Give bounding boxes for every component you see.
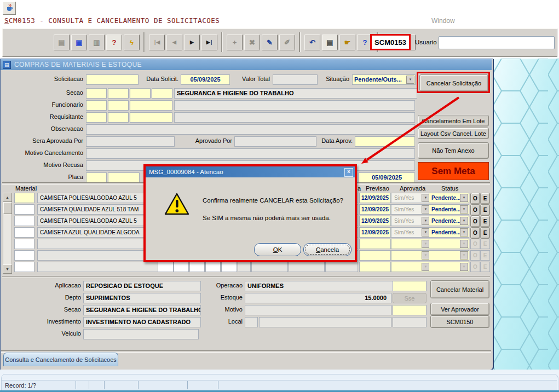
investimento-field: INVESTIMENTO NAO CADASTRADO <box>83 317 201 327</box>
material-code-cell[interactable] <box>14 216 34 226</box>
scm0150-button[interactable]: SCM0150 <box>430 315 489 328</box>
status-value: Pendente... <box>429 195 460 201</box>
usuario-label: Usuario <box>415 39 437 45</box>
e-button: E <box>480 239 490 249</box>
layout-csv-cancel-lote-button[interactable]: Layout Csv Cancel. Lote <box>418 128 489 139</box>
previsao-cell[interactable] <box>359 250 391 261</box>
data-aprov-input[interactable] <box>355 136 415 147</box>
placa-input-1[interactable] <box>86 172 107 183</box>
depto-field: SUPRIMENTOS <box>83 293 201 303</box>
requisitante-input-1[interactable] <box>86 112 107 123</box>
previsao-cell[interactable] <box>359 262 391 272</box>
lock-record-button[interactable]: ☛ <box>339 34 355 50</box>
data-solicit-input[interactable]: 05/09/2025 <box>181 74 230 85</box>
situacao-dropdown[interactable]: Pendente/Outs... ▼ <box>352 74 416 85</box>
material-code-cell[interactable] <box>14 227 34 238</box>
secao-input-2[interactable] <box>108 88 129 99</box>
material-code-cell[interactable] <box>14 262 34 272</box>
secao-input-3[interactable] <box>130 88 151 99</box>
scroll-down-icon[interactable]: ▼ <box>3 264 12 274</box>
material-code-cell[interactable] <box>14 193 34 203</box>
previous-record-icon: ◀ <box>172 39 176 45</box>
sem-meta-button[interactable]: Sem Meta <box>418 162 489 180</box>
placa-input-2[interactable] <box>108 172 140 183</box>
partial-header: a <box>358 185 361 192</box>
funcionario-input-1[interactable] <box>86 100 107 111</box>
nao-tem-anexo-button[interactable]: Não Tem Anexo <box>418 142 489 159</box>
funcionario-desc-field <box>174 100 415 111</box>
material-code-cell[interactable] <box>14 250 34 261</box>
e-button[interactable]: E <box>480 204 490 216</box>
requisitante-input-2[interactable] <box>108 112 129 123</box>
cancelar-material-button[interactable]: Cancelar Material <box>430 280 489 298</box>
print-screen-button[interactable]: ▣ <box>71 34 87 50</box>
count-query-hits-button[interactable]: ? <box>106 34 122 50</box>
secao-input-4[interactable] <box>152 88 172 99</box>
material-qty-cell-1[interactable] <box>158 262 174 272</box>
last-record-button[interactable]: ▶∣ <box>201 34 217 50</box>
material-desc-cell: CAMISETA QUALIDADE AZUL 518 TAM <box>37 204 160 215</box>
close-icon[interactable]: × <box>344 168 353 177</box>
status-value: Pendente... <box>429 229 460 235</box>
undo-button[interactable]: ↶ <box>304 34 320 50</box>
status-value <box>429 252 431 258</box>
cancelar-solicitacao-button[interactable]: Cancelar Solicitação <box>419 74 488 91</box>
sse-button: Sse <box>393 293 427 303</box>
java-button[interactable] <box>3 2 16 15</box>
detail-yellow-input-2[interactable] <box>393 305 427 315</box>
funcionario-input-3[interactable] <box>130 100 172 111</box>
scroll-up-icon[interactable]: ▲ <box>3 193 12 202</box>
enter-query-button[interactable]: ✎ <box>262 34 278 50</box>
help-icon: ? <box>363 38 367 47</box>
menu-item-window[interactable]: Window <box>431 17 455 25</box>
scrollbar-thumb[interactable] <box>3 202 12 214</box>
previsao-cell[interactable]: 12/09/2025 <box>359 204 391 215</box>
print-icon: ▥ <box>93 38 100 47</box>
material-code-cell[interactable] <box>14 239 34 249</box>
delete-record-icon: ✖ <box>249 38 255 47</box>
status-dropdown[interactable]: Pendente...▼ <box>429 216 469 226</box>
usuario-input[interactable] <box>439 36 555 49</box>
material-qty-cell-3[interactable] <box>189 262 205 272</box>
status-dropdown[interactable]: Pendente...▼ <box>429 193 469 203</box>
o-button[interactable]: O <box>470 193 480 204</box>
previsao-cell[interactable]: 12/09/2025 <box>359 227 391 238</box>
o-button[interactable]: O <box>470 216 480 227</box>
placa-date-field[interactable]: 05/09/2025 <box>359 172 415 183</box>
cancela-button[interactable]: Cancela <box>303 243 351 256</box>
requisitante-input-3[interactable] <box>130 112 172 123</box>
funcionario-input-2[interactable] <box>108 100 129 111</box>
material-qty-cell-2[interactable] <box>174 262 189 272</box>
cancelamento-em-lote-button[interactable]: Cancelamento Em Lote <box>418 115 489 126</box>
material-qty-cell-5[interactable] <box>221 262 237 272</box>
previsao-cell[interactable] <box>359 239 391 249</box>
enter-query-icon: ✎ <box>267 38 273 47</box>
estoque-field: 15.0000 <box>245 293 391 303</box>
material-code-cell[interactable] <box>14 204 34 215</box>
requisitante-desc-field <box>174 112 415 123</box>
material-desc-cell <box>37 239 160 249</box>
previsao-cell[interactable]: 12/09/2025 <box>359 193 391 203</box>
material-qty-cell-4[interactable] <box>205 262 221 272</box>
previsao-cell[interactable]: 12/09/2025 <box>359 216 391 226</box>
clipboard-button[interactable]: ▤ <box>322 34 338 50</box>
e-button[interactable]: E <box>480 193 490 204</box>
chevron-down-icon[interactable]: ▼ <box>406 76 414 84</box>
detail-yellow-input-1[interactable] <box>393 281 427 291</box>
operacao-label: Operacao <box>194 282 243 289</box>
solicitacao-input[interactable] <box>86 74 139 85</box>
ok-button[interactable]: OK <box>254 243 301 256</box>
e-button: E <box>480 250 490 261</box>
o-button[interactable]: O <box>470 204 480 216</box>
secao-input-1[interactable] <box>86 88 107 99</box>
o-button[interactable]: O <box>470 227 480 239</box>
ver-aprovador-button[interactable]: Ver Aprovador <box>430 303 489 315</box>
e-button[interactable]: E <box>480 227 490 239</box>
status-dropdown[interactable]: Pendente...▼ <box>429 227 469 238</box>
e-button[interactable]: E <box>480 216 490 227</box>
next-record-button[interactable]: ▶ <box>184 34 200 50</box>
dialog-titlebar[interactable]: MSG_00009084 - Atencao × <box>146 166 355 177</box>
tab-consulta-cancelamento[interactable]: Consulta e Cancelamento de Solicitacoes <box>3 353 118 366</box>
status-dropdown[interactable]: Pendente...▼ <box>429 204 469 215</box>
execute-query-button[interactable]: ϟ <box>124 34 140 50</box>
